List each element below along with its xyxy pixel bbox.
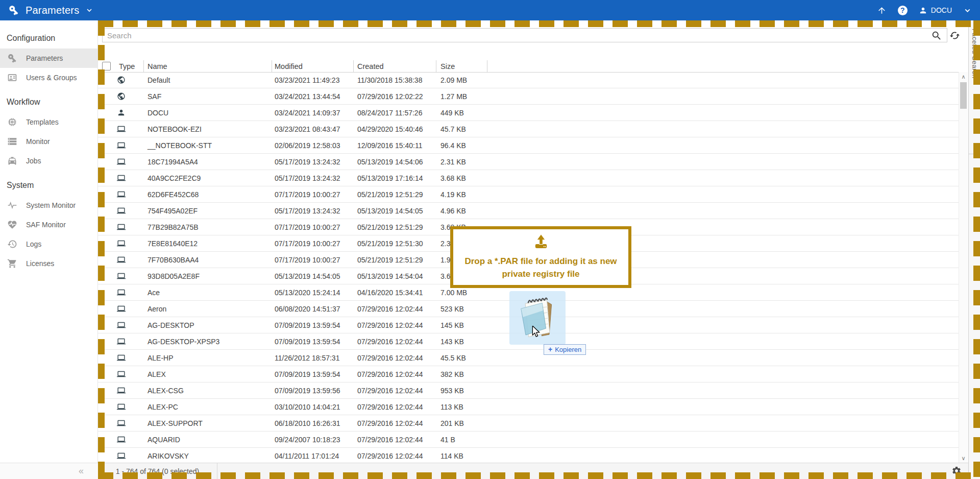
table-row[interactable]: 40A9CC2FE2C905/17/2019 13:24:3205/13/201… <box>98 170 959 186</box>
computer-icon <box>98 239 144 248</box>
sidebar-item-logs[interactable]: Logs <box>0 234 97 254</box>
table-row[interactable]: ALE-HP11/26/2012 18:57:3107/29/2016 12:0… <box>98 350 959 366</box>
drop-zone[interactable]: Drop a *.PAR file for adding it as new p… <box>450 226 631 288</box>
table-row[interactable]: 62D6FE452C6807/17/2019 10:00:2705/21/201… <box>98 186 959 203</box>
cell-size: 4.19 KB <box>436 190 487 199</box>
faceted-search-tab[interactable]: Faceted Search <box>969 20 980 154</box>
table-row[interactable]: 754F495A02EF05/17/2019 13:24:3205/13/201… <box>98 203 959 219</box>
sidebar-section-workflow: WorkflowTemplatesMonitorJobs <box>0 94 97 171</box>
cell-name: AG-DESKTOP-XPSP3 <box>144 338 272 346</box>
user-chevron-down-icon[interactable] <box>963 6 972 15</box>
cell-modified: 03/23/2021 08:43:47 <box>272 125 354 133</box>
sidebar-item-users-groups[interactable]: Users & Groups <box>0 68 97 87</box>
cell-created: 07/29/2016 12:02:44 <box>354 419 436 427</box>
scrollbar-thumb[interactable] <box>960 82 967 109</box>
sidebar-item-monitor[interactable]: Monitor <box>0 132 97 151</box>
sidebar-item-parameters[interactable]: Parameters <box>0 49 97 68</box>
computer-icon <box>98 321 144 329</box>
status-bar: 1 - 764 of 764 (0 selected) <box>98 463 968 479</box>
user-icon <box>98 108 144 117</box>
cell-modified: 04/11/2011 17:01:24 <box>272 452 354 460</box>
cell-modified: 03/23/2021 11:49:23 <box>272 76 354 84</box>
cell-modified: 07/17/2019 10:00:27 <box>272 240 354 248</box>
cell-created: 07/29/2016 12:02:44 <box>354 403 436 411</box>
column-header-size[interactable]: Size <box>436 60 487 72</box>
cell-name: ARIKOVSKY <box>144 452 272 460</box>
table-row[interactable]: Default03/23/2021 11:49:2311/30/2018 15:… <box>98 72 959 88</box>
table-header: Type Name Modified Created Size <box>98 60 959 73</box>
storage-icon <box>7 136 17 147</box>
user-menu[interactable]: DOCU <box>919 6 952 15</box>
cell-modified: 07/09/2019 13:59:54 <box>272 338 354 346</box>
cell-created: 07/29/2016 12:02:44 <box>354 452 436 460</box>
table-row[interactable]: __NOTEBOOK-STT02/06/2019 12:58:0312/09/2… <box>98 137 959 154</box>
drag-copy-tooltip: + Kopieren <box>544 344 586 355</box>
computer-icon <box>98 174 144 182</box>
cell-modified: 07/09/2019 13:59:56 <box>272 387 354 395</box>
cell-modified: 07/17/2019 10:00:27 <box>272 256 354 264</box>
gear-icon[interactable] <box>951 466 962 476</box>
computer-icon <box>98 157 144 166</box>
main-content: Type Name Modified Created Size Default0… <box>98 20 980 479</box>
cell-created: 07/29/2016 12:02:44 <box>354 321 436 329</box>
cell-created: 05/13/2019 14:54:05 <box>354 207 436 215</box>
refresh-icon[interactable] <box>949 30 960 41</box>
column-header-created[interactable]: Created <box>354 60 436 72</box>
sidebar-item-jobs[interactable]: Jobs <box>0 151 97 171</box>
cell-modified: 11/26/2012 18:57:31 <box>272 354 354 362</box>
column-header-name[interactable]: Name <box>144 60 272 72</box>
cell-size: 4.96 KB <box>436 207 487 215</box>
search-icon[interactable] <box>931 30 942 41</box>
cell-size: 96.4 KB <box>436 141 487 150</box>
search-input[interactable] <box>102 28 947 42</box>
table-row[interactable]: 18C71994A5A405/17/2019 13:24:3205/13/201… <box>98 154 959 170</box>
column-header-type[interactable]: Type <box>116 60 144 72</box>
table-row[interactable]: DOCU03/24/2021 14:09:3708/24/2017 11:57:… <box>98 105 959 121</box>
pulse-icon <box>7 200 17 210</box>
history-icon <box>7 239 17 249</box>
cell-size: 382 KB <box>436 370 487 378</box>
table-row[interactable]: ALEX-CSG07/09/2019 13:59:5607/29/2016 12… <box>98 382 959 399</box>
computer-icon <box>98 255 144 264</box>
sidebar-item-label: Monitor <box>26 137 50 146</box>
chevron-down-icon <box>85 6 93 14</box>
user-name: DOCU <box>931 6 952 14</box>
sidebar-item-label: Users & Groups <box>26 74 77 82</box>
sidebar-item-system-monitor[interactable]: System Monitor <box>0 196 97 215</box>
cell-created: 05/21/2019 12:51:29 <box>354 223 436 231</box>
cell-created: 07/29/2016 12:02:44 <box>354 370 436 378</box>
mouse-cursor <box>531 326 541 340</box>
help-icon[interactable]: ? <box>898 6 908 15</box>
computer-icon <box>98 435 144 444</box>
sidebar-item-saf-monitor[interactable]: SAF Monitor <box>0 215 97 234</box>
column-header-modified[interactable]: Modified <box>272 60 354 72</box>
select-all-checkbox[interactable] <box>102 62 111 70</box>
scroll-top-button[interactable] <box>877 6 887 15</box>
cell-size: 523 KB <box>436 305 487 313</box>
cell-modified: 07/17/2019 10:00:27 <box>272 223 354 231</box>
scrollbar-down-arrow[interactable]: ∨ <box>959 454 968 462</box>
cell-name: ALEX-CSG <box>144 387 272 395</box>
table-row[interactable]: ARIKOVSKY04/11/2011 17:01:2407/29/2016 1… <box>98 448 959 463</box>
app-menu-button[interactable]: Parameters <box>8 5 93 16</box>
sidebar-item-templates[interactable]: Templates <box>0 112 97 132</box>
cell-name: 18C71994A5A4 <box>144 158 272 166</box>
sidebar-section-system: SystemSystem MonitorSAF MonitorLogsLicen… <box>0 178 97 273</box>
table-row[interactable]: ALEX-PC03/10/2010 14:04:2107/29/2016 12:… <box>98 399 959 415</box>
cell-created: 11/30/2018 15:38:38 <box>354 76 436 84</box>
cell-created: 07/29/2016 12:02:22 <box>354 92 436 101</box>
vertical-scrollbar[interactable]: ∧ ∨ <box>959 72 968 463</box>
sidebar-item-licenses[interactable]: Licenses <box>0 254 97 273</box>
table-row[interactable]: AQUARID09/24/2007 10:18:2307/29/2016 12:… <box>98 432 959 448</box>
drop-zone-message: Drop a *.PAR file for adding it as new p… <box>464 255 617 280</box>
cell-modified: 05/13/2019 14:54:05 <box>272 272 354 280</box>
sidebar-section-configuration: ConfigurationParametersUsers & Groups <box>0 31 97 87</box>
cell-size: 2.09 MB <box>436 76 487 84</box>
sidebar-collapse-button[interactable]: « <box>0 463 98 479</box>
table-row[interactable]: ALEX-SUPPORT06/18/2010 16:26:3107/29/201… <box>98 415 959 432</box>
table-row[interactable]: SAF03/24/2021 13:44:5407/29/2016 12:02:2… <box>98 88 959 105</box>
table-row[interactable]: ALEX07/09/2019 13:59:5407/29/2016 12:02:… <box>98 366 959 382</box>
table-row[interactable]: NOTEBOOK-EZI03/23/2021 08:43:4704/29/202… <box>98 121 959 137</box>
scrollbar-up-arrow[interactable]: ∧ <box>959 73 968 80</box>
cell-name: ALEX-SUPPORT <box>144 419 272 427</box>
